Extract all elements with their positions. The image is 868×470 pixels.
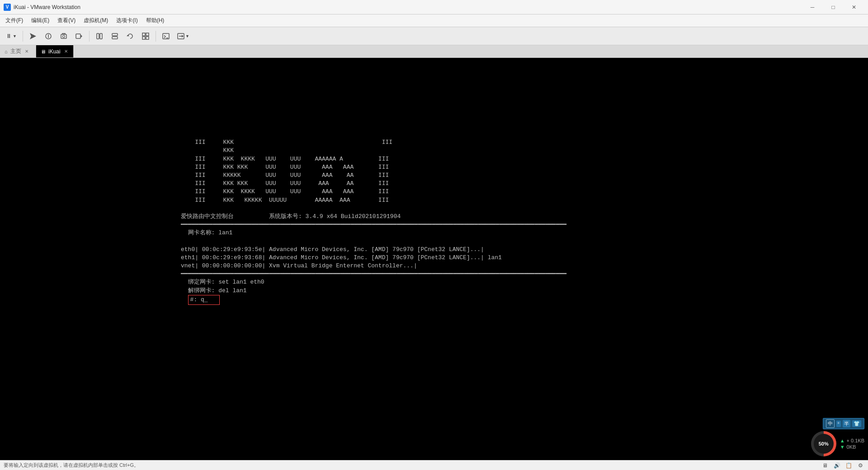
eth1-line: eth1| 00:0c:29:e9:93:68| Advanced Micro … <box>181 254 502 261</box>
menu-edit[interactable]: 编辑(E) <box>28 15 53 26</box>
menu-view[interactable]: 查看(V) <box>54 15 79 26</box>
minimize-button[interactable]: ─ <box>802 0 823 14</box>
app-icon: V <box>4 4 11 11</box>
header-left: 爱快路由中文控制台 <box>181 213 234 220</box>
svg-rect-5 <box>76 34 80 38</box>
ascii-line7: III KKK KKKK UUU UUU AAA AAA III <box>181 188 389 195</box>
fullscreen-v-icon <box>96 33 103 40</box>
speed-gauge: 50% ▲ + 0.1KB ▼ 0KB <box>811 431 864 456</box>
window-controls: ─ □ ✕ <box>802 0 864 14</box>
ascii-line6: III KKK KKK UUU UUU AAA AA III <box>181 180 389 187</box>
send-icon <box>29 33 37 40</box>
ascii-line8: III KKK KKKKK UUUUU AAAAA AAA III <box>181 197 389 204</box>
bottom-icon-settings[interactable]: ⚙ <box>856 461 864 470</box>
tab-home-label: 主页 <box>10 47 21 55</box>
ascii-line4: III KKK KKK UUU UUU AAA AAA III <box>181 164 389 171</box>
bottom-bar: 要将输入定向到该虚拟机，请在虚拟机内部单击或按 Ctrl+G。 🖥 🔊 📋 ⚙ <box>0 460 868 470</box>
upload-arrow-icon: ▲ <box>840 438 845 443</box>
speed-download-row: ▼ 0KB <box>840 444 864 450</box>
bottom-right-items: 🖥 🔊 📋 ⚙ <box>821 461 864 470</box>
fullscreen-h-icon <box>111 33 118 40</box>
menu-tab[interactable]: 选项卡(I) <box>113 15 141 26</box>
toolbar-btn-suspend[interactable] <box>41 29 56 43</box>
console-icon <box>162 33 170 40</box>
tab-home-close[interactable]: ✕ <box>24 49 29 54</box>
toolbar-btn-snapshot[interactable] <box>57 29 71 43</box>
pause-arrow-icon: ▼ <box>13 34 17 38</box>
tab-ikuai-close[interactable]: ✕ <box>63 49 69 54</box>
extend-arrow: ▼ <box>185 34 189 38</box>
cycle-icon <box>127 33 134 40</box>
terminal-output: III KKK III KKK III KKK KKKK UUU UUU AAA… <box>0 58 868 460</box>
vm-content-area[interactable]: III KKK III KKK III KKK KKKK UUU UUU AAA… <box>0 58 868 460</box>
title-bar: V iKuai - VMware Workstation ─ □ ✕ <box>0 0 868 14</box>
svg-rect-7 <box>97 33 99 39</box>
gauge-inner: 50% <box>814 434 834 454</box>
window-title: iKuai - VMware Workstation <box>14 4 802 10</box>
menu-file[interactable]: 文件(F) <box>2 15 27 26</box>
menu-help[interactable]: 帮助(H) <box>142 15 168 26</box>
svg-rect-15 <box>146 37 149 39</box>
pause-button[interactable]: ⏸ ▼ <box>3 29 20 43</box>
tab-ikuai-label: iKuai <box>48 48 61 55</box>
lang-degree[interactable]: ° <box>836 421 841 427</box>
ascii-line5: III KKKKK UUU UUU AAA AA III <box>181 172 389 179</box>
gauge-circle: 50% <box>811 431 836 456</box>
home-icon: ⌂ <box>5 49 8 54</box>
status-overlay: 中 ° 半 👕 50% ▲ + 0.1KB ▼ <box>811 418 864 456</box>
speed-values: ▲ + 0.1KB ▼ 0KB <box>840 438 864 450</box>
svg-rect-14 <box>142 37 145 39</box>
svg-marker-11 <box>127 35 129 36</box>
record-icon <box>75 33 83 40</box>
lang-shirt[interactable]: 👕 <box>852 420 861 427</box>
ascii-line3: III KKK KKKK UUU UUU AAAAAA A III <box>181 156 389 162</box>
speed-upload: + 0.1KB <box>847 438 864 443</box>
bottom-icon-monitor[interactable]: 🖥 <box>821 461 829 470</box>
extend-icon <box>177 33 184 40</box>
lang-bar: 中 ° 半 👕 <box>823 418 864 429</box>
vm-icon: 🖥 <box>41 49 46 54</box>
toolbar-btn-fullscreen-v[interactable] <box>92 29 107 43</box>
nic-label: 网卡名称: lan1 <box>188 229 233 236</box>
speed-download: 0KB <box>847 444 856 450</box>
toolbar: ⏸ ▼ <box>0 27 868 45</box>
bottom-hint: 要将输入定向到该虚拟机，请在虚拟机内部单击或按 Ctrl+G。 <box>4 462 139 469</box>
eth0-line: eth0| 00:0c:29:e9:93:5e| Advanced Micro … <box>181 246 484 253</box>
svg-marker-20 <box>182 35 184 38</box>
tab-ikuai[interactable]: 🖥 iKuai ✕ <box>36 45 74 57</box>
svg-marker-6 <box>81 35 82 38</box>
svg-marker-0 <box>30 33 36 39</box>
tab-home[interactable]: ⌂ 主页 ✕ <box>0 45 36 57</box>
lang-half[interactable]: 半 <box>843 420 850 427</box>
app-window: V iKuai - VMware Workstation ─ □ ✕ 文件(F)… <box>0 0 868 470</box>
menu-vm[interactable]: 虚拟机(M) <box>80 15 112 26</box>
del-cmd: 解绑网卡: del lan1 <box>188 287 247 294</box>
toolbar-separator-2 <box>89 31 90 42</box>
ascii-line1: III KKK III <box>181 139 392 146</box>
svg-rect-9 <box>112 33 118 36</box>
toolbar-btn-fullscreen-h[interactable] <box>108 29 122 43</box>
grid-icon <box>142 33 149 40</box>
svg-rect-10 <box>112 37 118 39</box>
lang-chinese[interactable]: 中 <box>826 419 835 428</box>
toolbar-btn-extend[interactable]: ▼ <box>174 29 193 43</box>
bottom-icon-audio[interactable]: 🔊 <box>833 461 841 470</box>
prompt-label: #: q_ <box>188 295 220 305</box>
close-button[interactable]: ✕ <box>844 0 864 14</box>
toolbar-btn-console[interactable] <box>159 29 173 43</box>
toolbar-btn-grid[interactable] <box>138 29 153 43</box>
toolbar-btn-record[interactable] <box>72 29 86 43</box>
toolbar-separator-3 <box>156 31 156 42</box>
maximize-button[interactable]: □ <box>823 0 844 14</box>
bottom-icon-clipboard[interactable]: 📋 <box>844 461 853 470</box>
vnet-line: vnet| 00:00:00:00:00:00| Xvm Virtual Bri… <box>181 262 417 269</box>
svg-rect-12 <box>142 33 145 36</box>
toolbar-btn-send[interactable] <box>26 29 40 43</box>
svg-rect-3 <box>61 34 66 38</box>
toolbar-btn-cycle[interactable] <box>123 29 137 43</box>
toolbar-separator-1 <box>23 31 23 42</box>
svg-rect-13 <box>146 33 149 36</box>
svg-rect-8 <box>100 33 102 39</box>
ascii-line2: KKK <box>181 147 234 154</box>
suspend-icon <box>45 33 52 40</box>
